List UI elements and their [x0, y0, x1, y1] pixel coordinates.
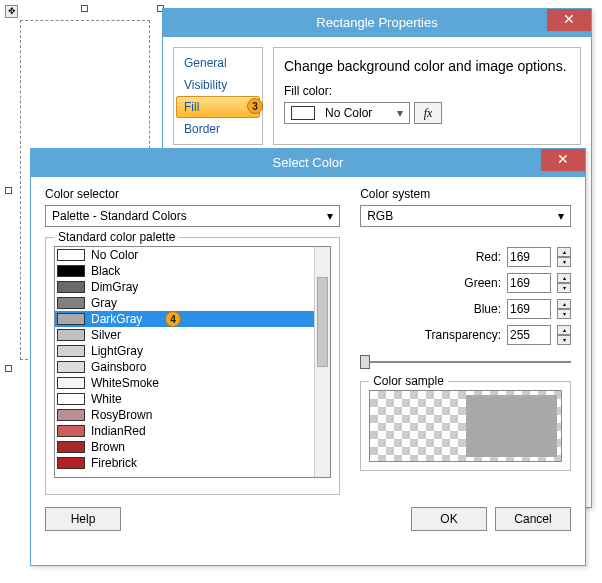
color-swatch-icon	[57, 281, 85, 293]
chevron-down-icon: ▾	[391, 106, 409, 120]
color-palette-list[interactable]: No ColorBlackDimGrayGrayDarkGray4SilverL…	[54, 246, 331, 478]
resize-handle[interactable]	[5, 365, 12, 372]
select-color-dialog: Select Color ✕ Color selector Palette - …	[30, 148, 586, 566]
color-item-label: IndianRed	[91, 424, 146, 438]
blue-spinner[interactable]: ▴▾	[557, 299, 571, 319]
nav-item-visibility[interactable]: Visibility	[176, 74, 260, 96]
color-item-label: Black	[91, 264, 120, 278]
color-selector-dropdown[interactable]: Palette - Standard Colors ▾	[45, 205, 340, 227]
color-swatch-icon	[57, 393, 85, 405]
transparency-slider[interactable]	[360, 353, 571, 371]
color-item-gainsboro[interactable]: Gainsboro	[55, 359, 314, 375]
fill-color-dropdown[interactable]: No Color ▾	[284, 102, 410, 124]
color-selector-label: Color selector	[45, 187, 340, 201]
sample-legend: Color sample	[369, 374, 448, 388]
color-swatch-icon	[57, 425, 85, 437]
color-item-label: No Color	[91, 248, 138, 262]
color-swatch-icon	[57, 409, 85, 421]
color-system-dropdown[interactable]: RGB ▾	[360, 205, 571, 227]
color-item-darkgray[interactable]: DarkGray4	[55, 311, 314, 327]
red-input[interactable]: 169	[507, 247, 551, 267]
green-input[interactable]: 169	[507, 273, 551, 293]
chevron-down-icon: ▾	[558, 209, 564, 223]
close-icon: ✕	[557, 151, 569, 167]
resize-handle[interactable]	[81, 5, 88, 12]
color-item-label: WhiteSmoke	[91, 376, 159, 390]
color-item-rosybrown[interactable]: RosyBrown	[55, 407, 314, 423]
close-icon: ✕	[563, 11, 575, 27]
callout-badge-4: 4	[165, 311, 181, 327]
color-item-dimgray[interactable]: DimGray	[55, 279, 314, 295]
chevron-down-icon: ▾	[327, 209, 333, 223]
resize-handle[interactable]	[5, 187, 12, 194]
transparency-input[interactable]: 255	[507, 325, 551, 345]
fill-color-value: No Color	[321, 106, 391, 120]
green-label: Green:	[464, 276, 501, 290]
move-handle-icon[interactable]: ✥	[5, 5, 18, 18]
dialog-title: Select Color	[273, 155, 344, 170]
blue-label: Blue:	[474, 302, 501, 316]
color-item-black[interactable]: Black	[55, 263, 314, 279]
nav-item-border[interactable]: Border	[176, 118, 260, 140]
color-item-white[interactable]: White	[55, 391, 314, 407]
transparency-label: Transparency:	[425, 328, 501, 342]
dropdown-value: Palette - Standard Colors	[52, 209, 187, 223]
ok-button[interactable]: OK	[411, 507, 487, 531]
dropdown-value: RGB	[367, 209, 393, 223]
slider-thumb[interactable]	[360, 355, 370, 369]
color-item-label: Silver	[91, 328, 121, 342]
callout-badge-3: 3	[247, 98, 263, 114]
color-item-label: Gray	[91, 296, 117, 310]
palette-legend: Standard color palette	[54, 230, 179, 244]
help-button[interactable]: Help	[45, 507, 121, 531]
blue-input[interactable]: 169	[507, 299, 551, 319]
color-system-label: Color system	[360, 187, 571, 201]
nav-item-label: Fill	[184, 100, 199, 114]
color-item-whitesmoke[interactable]: WhiteSmoke	[55, 375, 314, 391]
color-item-label: RosyBrown	[91, 408, 152, 422]
dialog-titlebar[interactable]: Rectangle Properties ✕	[163, 9, 591, 37]
dialog-title: Rectangle Properties	[316, 15, 437, 30]
color-item-label: White	[91, 392, 122, 406]
cancel-button[interactable]: Cancel	[495, 507, 571, 531]
nav-item-general[interactable]: General	[176, 52, 260, 74]
color-item-label: LightGray	[91, 344, 143, 358]
close-button[interactable]: ✕	[547, 9, 591, 31]
color-item-no color[interactable]: No Color	[55, 247, 314, 263]
color-item-label: DimGray	[91, 280, 138, 294]
red-spinner[interactable]: ▴▾	[557, 247, 571, 267]
color-swatch-icon	[57, 329, 85, 341]
expression-button[interactable]: fx	[414, 102, 442, 124]
color-sample	[369, 390, 562, 462]
content-panel: Change background color and image option…	[273, 47, 581, 145]
color-item-firebrick[interactable]: Firebrick	[55, 455, 314, 471]
dialog-titlebar[interactable]: Select Color ✕	[31, 149, 585, 177]
color-item-gray[interactable]: Gray	[55, 295, 314, 311]
color-item-label: Brown	[91, 440, 125, 454]
sample-swatch	[466, 395, 557, 457]
color-swatch-icon	[57, 297, 85, 309]
color-swatch-icon	[57, 265, 85, 277]
scrollbar[interactable]	[314, 247, 330, 477]
color-swatch-icon	[291, 106, 315, 120]
color-item-label: DarkGray	[91, 312, 142, 326]
color-swatch-icon	[57, 345, 85, 357]
fill-color-label: Fill color:	[284, 84, 570, 98]
nav-panel: General Visibility Fill 3 Border	[173, 47, 263, 145]
red-label: Red:	[476, 250, 501, 264]
color-swatch-icon	[57, 361, 85, 373]
color-swatch-icon	[57, 313, 85, 325]
color-item-brown[interactable]: Brown	[55, 439, 314, 455]
color-swatch-icon	[57, 457, 85, 469]
transparency-spinner[interactable]: ▴▾	[557, 325, 571, 345]
scrollbar-thumb[interactable]	[317, 277, 328, 367]
color-swatch-icon	[57, 249, 85, 261]
green-spinner[interactable]: ▴▾	[557, 273, 571, 293]
close-button[interactable]: ✕	[541, 149, 585, 171]
nav-item-fill[interactable]: Fill 3	[176, 96, 260, 118]
color-item-indianred[interactable]: IndianRed	[55, 423, 314, 439]
color-item-lightgray[interactable]: LightGray	[55, 343, 314, 359]
color-swatch-icon	[57, 441, 85, 453]
color-swatch-icon	[57, 377, 85, 389]
color-item-silver[interactable]: Silver	[55, 327, 314, 343]
